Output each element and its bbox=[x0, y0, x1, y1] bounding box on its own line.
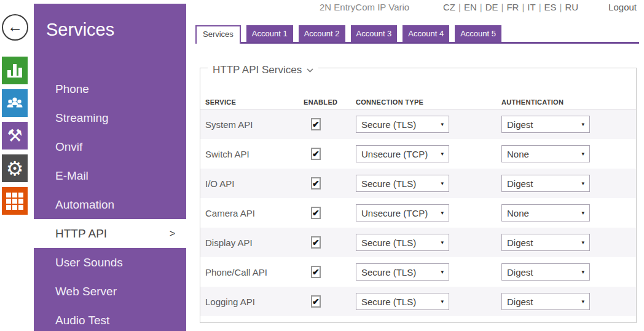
connection-type-select[interactable]: Secure (TLS) ▾ bbox=[356, 116, 449, 133]
sidebar-title: Services bbox=[46, 18, 186, 41]
nav-tile-hardware[interactable]: ⚒ bbox=[2, 122, 28, 150]
sidebar-item-label: Web Server bbox=[55, 285, 117, 298]
enabled-checkbox[interactable]: ✔ bbox=[311, 236, 321, 249]
service-name: I/O API bbox=[205, 178, 304, 189]
authentication-select[interactable]: Digest ▾ bbox=[501, 175, 590, 192]
sidebar-item-e-mail[interactable]: E-Mail bbox=[34, 161, 186, 190]
users-icon bbox=[6, 97, 23, 110]
authentication-value: None bbox=[507, 208, 529, 218]
connection-type-select[interactable]: Secure (TLS) ▾ bbox=[356, 263, 449, 281]
connection-type-value: Unsecure (TCP) bbox=[361, 149, 428, 159]
enabled-checkbox[interactable]: ✔ bbox=[311, 148, 321, 160]
connection-type-value: Unsecure (TCP) bbox=[361, 208, 428, 218]
table-row-camera-api: Camera API ✔ Unsecure (TCP) ▾ None ▾ bbox=[200, 198, 636, 228]
language-switcher: CZ|EN|DE|FR|IT|ES|RU bbox=[443, 2, 578, 12]
select-caret-icon: ▾ bbox=[441, 151, 444, 157]
chevron-down-icon bbox=[307, 68, 313, 73]
select-caret-icon: ▾ bbox=[441, 180, 444, 186]
connection-type-select[interactable]: Secure (TLS) ▾ bbox=[356, 234, 449, 251]
nav-tile-system[interactable] bbox=[2, 187, 28, 215]
authentication-select[interactable]: Digest ▾ bbox=[501, 234, 590, 251]
separator: | bbox=[560, 2, 562, 12]
language-ru[interactable]: RU bbox=[565, 2, 578, 12]
authentication-value: Digest bbox=[507, 267, 533, 277]
logout-link[interactable]: Logout bbox=[608, 2, 637, 12]
authentication-select[interactable]: Digest ▾ bbox=[501, 263, 590, 281]
tab-label: Account 1 bbox=[252, 29, 288, 38]
panel-header[interactable]: HTTP API Services bbox=[208, 64, 318, 76]
authentication-value: Digest bbox=[507, 178, 533, 189]
connection-type-select[interactable]: Secure (TLS) ▾ bbox=[356, 175, 449, 192]
sidebar-item-phone[interactable]: Phone bbox=[34, 74, 186, 103]
connection-type-value: Secure (TLS) bbox=[361, 178, 416, 189]
enabled-checkbox[interactable]: ✔ bbox=[311, 177, 321, 189]
enabled-checkbox[interactable]: ✔ bbox=[311, 295, 321, 308]
tab-label: Services bbox=[203, 30, 234, 39]
sidebar-item-label: User Sounds bbox=[55, 256, 123, 269]
sidebar-item-user-sounds[interactable]: User Sounds bbox=[34, 248, 186, 277]
sidebar-item-http-api[interactable]: HTTP API > bbox=[34, 219, 186, 248]
gear-icon: ⚙ bbox=[6, 159, 24, 178]
authentication-select[interactable]: None ▾ bbox=[501, 204, 590, 221]
service-name: System API bbox=[205, 119, 304, 130]
connection-type-select[interactable]: Unsecure (TCP) ▾ bbox=[356, 145, 449, 162]
panel-title: HTTP API Services bbox=[213, 64, 302, 76]
sidebar-item-web-server[interactable]: Web Server bbox=[34, 277, 186, 306]
language-en[interactable]: EN bbox=[464, 2, 477, 12]
separator: | bbox=[458, 2, 461, 12]
language-fr[interactable]: FR bbox=[506, 2, 519, 12]
nav-tile-services[interactable]: ⚙ bbox=[2, 154, 28, 182]
enabled-checkbox[interactable]: ✔ bbox=[311, 118, 321, 130]
sidebar-item-streaming[interactable]: Streaming bbox=[34, 103, 186, 132]
sidebar-item-audio-test[interactable]: Audio Test bbox=[34, 306, 186, 331]
language-cz[interactable]: CZ bbox=[443, 2, 455, 12]
tab-account-4[interactable]: Account 4 bbox=[402, 25, 449, 42]
table-row-system-api: System API ✔ Secure (TLS) ▾ Digest ▾ bbox=[200, 110, 636, 139]
sidebar-item-onvif[interactable]: Onvif bbox=[34, 132, 186, 161]
nav-tile-directory[interactable] bbox=[2, 89, 28, 117]
sidebar-item-label: Onvif bbox=[55, 140, 82, 154]
authentication-select[interactable]: Digest ▾ bbox=[501, 116, 590, 133]
language-de[interactable]: DE bbox=[485, 2, 498, 12]
select-caret-icon: ▾ bbox=[441, 269, 444, 275]
tab-label: Account 5 bbox=[460, 29, 496, 38]
tab-account-5[interactable]: Account 5 bbox=[455, 25, 501, 42]
product-title: 2N EntryCom IP Vario bbox=[320, 2, 409, 12]
column-header-connection-type: CONNECTION TYPE bbox=[356, 98, 501, 106]
tab-services[interactable]: Services bbox=[195, 25, 241, 44]
select-caret-icon: ▾ bbox=[441, 121, 444, 127]
authentication-value: Digest bbox=[507, 297, 533, 307]
nav-tile-status[interactable] bbox=[2, 57, 28, 84]
authentication-select[interactable]: Digest ▾ bbox=[501, 293, 590, 310]
tab-account-2[interactable]: Account 2 bbox=[299, 25, 345, 42]
enabled-checkbox[interactable]: ✔ bbox=[311, 266, 321, 278]
tab-account-1[interactable]: Account 1 bbox=[246, 25, 293, 42]
column-header-service: SERVICE bbox=[205, 98, 304, 106]
enabled-checkbox[interactable]: ✔ bbox=[311, 207, 321, 219]
select-caret-icon: ▾ bbox=[441, 210, 444, 216]
http-api-services-panel: HTTP API Services SERVICE ENABLED CONNEC… bbox=[200, 62, 637, 323]
separator: | bbox=[480, 2, 482, 12]
connection-type-select[interactable]: Secure (TLS) ▾ bbox=[356, 293, 449, 310]
language-it[interactable]: IT bbox=[527, 2, 535, 12]
service-name: Logging API bbox=[205, 297, 304, 307]
tab-label: Account 2 bbox=[304, 29, 340, 38]
table-header-row: SERVICE ENABLED CONNECTION TYPE AUTHENTI… bbox=[200, 98, 636, 110]
sidebar-item-label: HTTP API bbox=[55, 227, 107, 241]
table-body: System API ✔ Secure (TLS) ▾ Digest ▾ bbox=[200, 110, 636, 316]
table-row-phone-call-api: Phone/Call API ✔ Secure (TLS) ▾ Digest ▾ bbox=[200, 257, 636, 287]
back-button[interactable]: ← bbox=[2, 14, 28, 41]
separator: | bbox=[539, 2, 541, 12]
separator: | bbox=[522, 2, 524, 12]
authentication-value: Digest bbox=[507, 237, 533, 248]
sidebar-item-label: Streaming bbox=[55, 111, 109, 125]
connection-type-select[interactable]: Unsecure (TCP) ▾ bbox=[356, 204, 449, 221]
authentication-select[interactable]: None ▾ bbox=[501, 145, 590, 162]
language-es[interactable]: ES bbox=[544, 2, 557, 12]
connection-type-value: Secure (TLS) bbox=[361, 119, 416, 130]
tab-account-3[interactable]: Account 3 bbox=[351, 25, 398, 42]
chevron-right-icon: > bbox=[170, 228, 175, 239]
service-name: Switch API bbox=[205, 149, 304, 159]
sidebar-item-automation[interactable]: Automation bbox=[34, 190, 186, 219]
select-caret-icon: ▾ bbox=[581, 269, 584, 275]
